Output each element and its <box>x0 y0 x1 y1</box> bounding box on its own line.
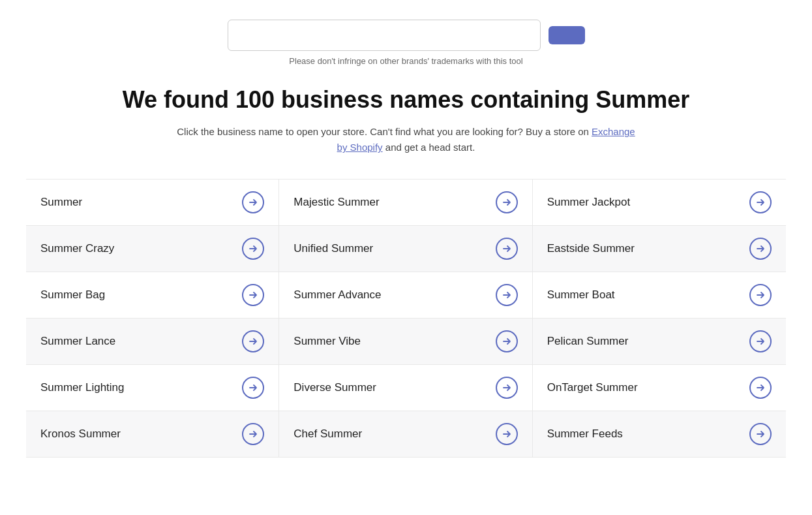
name-item[interactable]: Summer Lighting <box>26 365 279 411</box>
name-item[interactable]: Summer Feeds <box>533 411 786 458</box>
arrow-circle-icon <box>242 238 264 260</box>
name-label: Summer Lighting <box>40 381 125 394</box>
search-row: Summer <box>228 20 585 51</box>
name-item[interactable]: Diverse Summer <box>279 365 532 411</box>
subtext-after-link: and get a head start. <box>383 142 475 153</box>
name-item[interactable]: Majestic Summer <box>279 179 532 226</box>
name-label: Unified Summer <box>293 242 373 255</box>
arrow-circle-icon <box>749 377 772 399</box>
arrow-circle-icon <box>496 284 518 306</box>
arrow-circle-icon <box>242 284 264 306</box>
arrow-circle-icon <box>496 238 518 260</box>
name-label: Pelican Summer <box>547 335 629 348</box>
name-label: Summer Jackpot <box>547 196 631 209</box>
name-label: Summer Feeds <box>547 428 623 441</box>
name-item[interactable]: Summer <box>26 179 279 226</box>
name-item[interactable]: Summer Boat <box>533 272 786 319</box>
arrow-circle-icon <box>749 330 772 352</box>
name-item[interactable]: Summer Jackpot <box>533 179 786 226</box>
name-label: Eastside Summer <box>547 242 635 255</box>
disclaimer-text: Please don't infringe on other brands' t… <box>289 56 522 66</box>
arrow-circle-icon <box>496 377 518 399</box>
name-label: Chef Summer <box>293 428 362 441</box>
subtext-before-link: Click the business name to open your sto… <box>177 126 592 137</box>
arrow-circle-icon <box>749 284 772 306</box>
name-label: Summer Boat <box>547 289 615 302</box>
generate-button[interactable] <box>549 26 585 44</box>
results-subtext: Click the business name to open your sto… <box>172 124 641 155</box>
name-item[interactable]: Chef Summer <box>279 411 532 458</box>
arrow-circle-icon <box>242 423 264 445</box>
name-item[interactable]: Kronos Summer <box>26 411 279 458</box>
name-label: Summer Crazy <box>40 242 114 255</box>
arrow-circle-icon <box>242 330 264 352</box>
name-label: Diverse Summer <box>293 381 376 394</box>
name-item[interactable]: Summer Lance <box>26 319 279 365</box>
name-item[interactable]: OnTarget Summer <box>533 365 786 411</box>
name-item[interactable]: Pelican Summer <box>533 319 786 365</box>
name-item[interactable]: Summer Advance <box>279 272 532 319</box>
name-label: Summer Advance <box>293 289 381 302</box>
arrow-circle-icon <box>496 191 518 213</box>
arrow-circle-icon <box>242 377 264 399</box>
name-item[interactable]: Unified Summer <box>279 226 532 272</box>
name-label: Kronos Summer <box>40 428 121 441</box>
page-container: Summer Please don't infringe on other br… <box>0 0 812 477</box>
arrow-circle-icon <box>749 238 772 260</box>
name-item[interactable]: Summer Crazy <box>26 226 279 272</box>
name-label: Summer Vibe <box>293 335 361 348</box>
name-item[interactable]: Summer Vibe <box>279 319 532 365</box>
name-label: Summer Bag <box>40 289 105 302</box>
arrow-circle-icon <box>749 423 772 445</box>
arrow-circle-icon <box>749 191 772 213</box>
search-section: Summer Please don't infringe on other br… <box>26 20 786 66</box>
name-label: Majestic Summer <box>293 196 379 209</box>
names-grid: Summer Majestic Summer Summer Jackpot Su… <box>26 179 786 458</box>
name-item[interactable]: Summer Bag <box>26 272 279 319</box>
search-input[interactable]: Summer <box>228 20 541 51</box>
results-heading: We found 100 business names containing S… <box>26 86 786 114</box>
name-label: Summer <box>40 196 82 209</box>
arrow-circle-icon <box>496 330 518 352</box>
name-label: Summer Lance <box>40 335 115 348</box>
name-item[interactable]: Eastside Summer <box>533 226 786 272</box>
arrow-circle-icon <box>242 191 264 213</box>
name-label: OnTarget Summer <box>547 381 638 394</box>
arrow-circle-icon <box>496 423 518 445</box>
